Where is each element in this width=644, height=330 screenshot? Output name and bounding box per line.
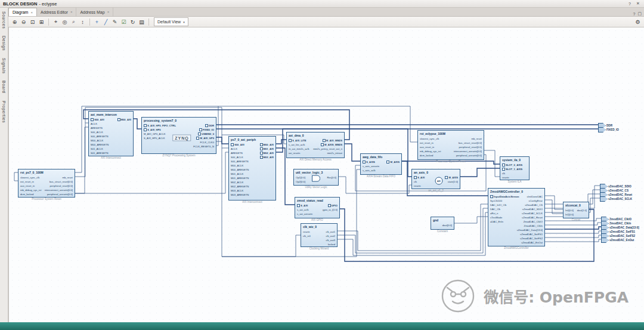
tab-address-editor[interactable]: Address Editor× xyxy=(37,8,76,16)
expand-icon[interactable] xyxy=(144,124,147,127)
expand-icon[interactable] xyxy=(260,147,263,150)
view-select[interactable]: Default View▾ xyxy=(154,17,188,26)
port-Op2[0:0][interactable]: Op2[0:0] xyxy=(296,180,305,184)
validate-design-icon[interactable]: ☑ xyxy=(120,18,128,26)
port-M03_AXI[interactable]: M03_AXI xyxy=(260,155,274,159)
port-aux_reset_in[interactable]: aux_reset_in xyxy=(420,145,441,149)
port-M02_ARESETN[interactable]: M02_ARESETN xyxy=(231,184,249,189)
port-FCLK_CLK0[interactable]: FCLK_CLK0 xyxy=(193,140,214,144)
port-clk_out2[interactable]: clk_out2 xyxy=(326,234,335,238)
port-S_AXI_LITE[interactable]: S_AXI_LITE xyxy=(289,138,309,143)
wire[interactable] xyxy=(484,150,500,177)
port-clk_in1[interactable]: clk_in1 xyxy=(303,234,311,238)
block-xlconcat_0[interactable]: xlconcat_0In0[0:0]In1[0:0]dout[1:0]Conca… xyxy=(563,202,589,218)
expand-icon[interactable] xyxy=(386,161,389,164)
tab-diagram[interactable]: Diagram× xyxy=(8,8,37,16)
port-S_AXIS[interactable]: S_AXIS xyxy=(363,160,379,164)
expand-icon[interactable] xyxy=(196,137,199,140)
block-zmod_status_read[interactable]: zmod_status_readS_AXIs_axi_aclks_axi_are… xyxy=(295,197,340,218)
port-ext_reset_in[interactable]: ext_reset_in xyxy=(20,180,41,184)
mark-debug-icon[interactable]: ✎ xyxy=(111,18,119,26)
make-connection-icon[interactable]: ╱ xyxy=(102,18,110,26)
port-M01_ARESETN[interactable]: M01_ARESETN xyxy=(231,176,249,180)
expand-icon[interactable] xyxy=(260,156,263,159)
port-In1[0:0][interactable]: In1[0:0] xyxy=(565,212,574,217)
sidebar-item-design[interactable]: Design xyxy=(2,36,6,51)
external-port-sZmodDAC_EnOut[interactable]: sZmodDAC_EnOut xyxy=(601,238,634,243)
port-ext_reset_in[interactable]: ext_reset_in xyxy=(420,141,441,145)
expand-icon[interactable] xyxy=(445,176,448,179)
port-s_axi_lite_aclk[interactable]: s_axi_lite_aclk xyxy=(289,143,309,147)
sidebar-item-signals[interactable]: Signals xyxy=(2,58,6,73)
port-M00_AXI[interactable]: M00_AXI xyxy=(117,118,131,122)
block-axi_dma_0[interactable]: axi_dma_0S_AXI_LITEs_axi_lite_aclkm_axi_… xyxy=(286,132,345,158)
expand-icon[interactable] xyxy=(502,164,505,166)
wire[interactable] xyxy=(545,200,563,214)
external-port-FIXED_IO[interactable]: FIXED_IO xyxy=(598,127,619,132)
port-resetn[interactable]: resetn xyxy=(303,230,311,234)
port-sConfigError[interactable]: sConfigError xyxy=(517,199,543,203)
port-sZmodDAC_SDIO[interactable]: sZmodDAC_SDIO xyxy=(517,207,543,211)
sidebar-item-board[interactable]: Board xyxy=(2,81,6,93)
port-sZmodDAC_CS[interactable]: sZmodDAC_CS xyxy=(517,203,543,207)
wire[interactable] xyxy=(75,152,228,193)
port-mb_debug_sys_rst[interactable]: mb_debug_sys_rst xyxy=(20,188,41,192)
port-S00_ACLK[interactable]: S00_ACLK xyxy=(91,130,109,134)
port-dcm_locked[interactable]: dcm_locked xyxy=(20,192,41,196)
port-DAC_Clk[interactable]: DAC_Clk xyxy=(490,207,519,211)
port-resetn[interactable]: resetn xyxy=(414,184,425,188)
port-FIXED_IO[interactable]: FIXED_IO xyxy=(193,128,214,132)
port-dcm_locked[interactable]: dcm_locked xyxy=(420,153,441,158)
port-state[1:0][interactable]: state[1:0] xyxy=(445,180,458,184)
port-S00_ARESETN[interactable]: S00_ARESETN xyxy=(91,134,109,138)
block-an_axis_0[interactable]: an_axis_0S_AXIclkresetnM_AXISstate[1:0]A… xyxy=(411,169,460,189)
block-util_vector_logic_3[interactable]: util_vector_logic_3Op1[0:0]Op2[0:0]Res[0… xyxy=(293,169,339,186)
port-clk_out3[interactable]: clk_out3 xyxy=(326,238,335,242)
port-mb_reset[interactable]: mb_reset xyxy=(45,175,73,180)
port-SysClk100[interactable]: SysClk100 xyxy=(490,199,519,203)
port-M00_ACLK[interactable]: M00_ACLK xyxy=(91,138,109,143)
expand-icon[interactable] xyxy=(260,152,263,155)
port-S_AXI[interactable]: S_AXI xyxy=(297,203,312,208)
port-resetn[interactable]: resetn xyxy=(502,175,522,180)
report-icon[interactable]: ▤ xyxy=(138,18,145,26)
port-S00_AXI[interactable]: S00_AXI xyxy=(231,143,249,147)
port-clk_out1[interactable]: clk_out1 xyxy=(326,230,335,234)
expand-icon[interactable] xyxy=(297,204,300,207)
port-clk[interactable]: clk xyxy=(502,171,522,175)
port-DAC_InIO_Clk[interactable]: DAC_InIO_Clk xyxy=(490,203,519,207)
port-peripheral_reset[0:0][interactable]: peripheral_reset[0:0] xyxy=(45,184,73,188)
port-M_AXIS[interactable]: M_AXIS xyxy=(445,175,458,180)
close-tab-icon[interactable]: × xyxy=(107,10,110,14)
port-bus_struct_reset[0:0][interactable]: bus_struct_reset[0:0] xyxy=(45,180,73,184)
port-s_axi_aresetn[interactable]: s_axi_aresetn xyxy=(297,212,312,216)
port-dout[0:0][interactable]: dout[0:0] xyxy=(442,223,452,227)
port-M03_ACLK[interactable]: M03_ACLK xyxy=(231,189,249,193)
expand-icon[interactable] xyxy=(91,118,94,121)
port-slowest_sync_clk[interactable]: slowest_sync_clk xyxy=(420,137,441,141)
port-dout[1:0][interactable]: dout[1:0] xyxy=(577,208,587,212)
port-SLOT_1_AXIS[interactable]: SLOT_1_AXIS xyxy=(502,167,522,171)
port-peripheral_reset[0:0][interactable]: peripheral_reset[0:0] xyxy=(454,145,482,149)
add-ip-icon[interactable]: + xyxy=(93,18,101,26)
search-icon[interactable]: ⌕ xyxy=(70,18,78,26)
expand-icon[interactable] xyxy=(323,139,326,142)
collapse-icon[interactable]: ↕ xyxy=(79,18,86,26)
port-sZmodDAC_SCLK[interactable]: sZmodDAC_SCLK xyxy=(517,211,543,215)
port-mm2s_introut[interactable]: mm2s_introut xyxy=(313,151,342,155)
port-ACLK[interactable]: ACLK xyxy=(231,147,249,151)
port-M00_AXI[interactable]: M00_AXI xyxy=(260,143,274,147)
port-mb_debug_sys_rst[interactable]: mb_debug_sys_rst xyxy=(420,149,441,153)
port-aux_reset_in[interactable]: aux_reset_in xyxy=(20,184,41,188)
wire[interactable] xyxy=(460,168,500,177)
block-rst_ps7_0_100M[interactable]: rst_ps7_0_100Mslowest_sync_clkext_reset_… xyxy=(18,169,75,198)
port-bus_struct_reset[0:0][interactable]: bus_struct_reset[0:0] xyxy=(454,141,482,145)
close-icon[interactable]: ✕ xyxy=(635,1,641,6)
port-slowest_sync_clk[interactable]: slowest_sync_clk xyxy=(20,175,41,180)
port-M_AXI_GP0_ACLK[interactable]: M_AXI_GP0_ACLK xyxy=(144,132,176,136)
port-M00_ACLK[interactable]: M00_ACLK xyxy=(231,164,249,168)
port-aDAC_EnIn[interactable]: aDAC_EnIn xyxy=(490,220,519,224)
port-sZmodDAC_EnOut[interactable]: sZmodDAC_EnOut xyxy=(517,240,543,245)
port-S00_ARESETN[interactable]: S00_ARESETN xyxy=(231,159,249,164)
port-s_axis_aresetn[interactable]: s_axis_aresetn xyxy=(363,164,379,168)
